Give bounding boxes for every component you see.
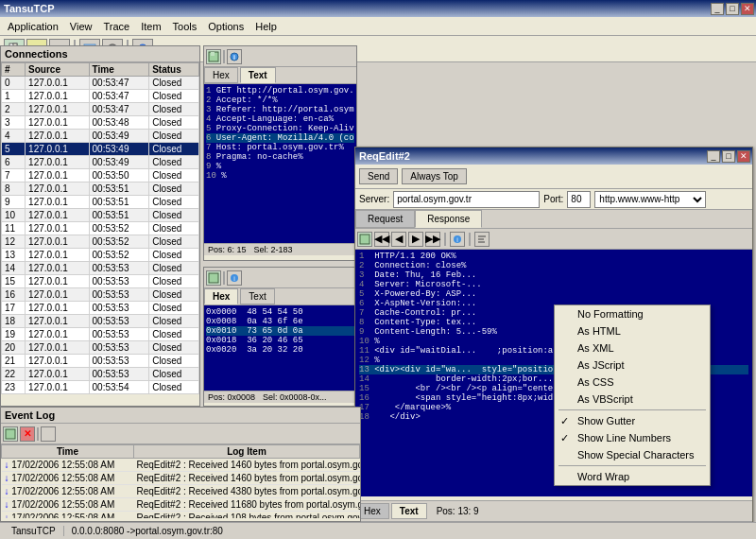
menu-options[interactable]: Options xyxy=(202,19,249,34)
ctx-word-wrap[interactable]: Word Wrap xyxy=(555,468,710,485)
ctx-as-jscript[interactable]: As JScript xyxy=(555,356,710,374)
text-content[interactable]: 1 GET http://portal.osym.gov.tr/default.… xyxy=(204,84,356,243)
table-row[interactable]: 1127.0.0.100:53:47Closed xyxy=(2,90,199,103)
menu-help[interactable]: Help xyxy=(249,19,283,34)
table-row[interactable]: 13127.0.0.100:53:52Closed xyxy=(2,249,199,262)
menu-application[interactable]: Application xyxy=(2,19,64,34)
text-save-btn[interactable] xyxy=(206,49,221,64)
resp-icon6[interactable] xyxy=(474,232,490,247)
cell-status: Closed xyxy=(149,288,199,302)
send-button[interactable]: Send xyxy=(359,168,398,184)
table-row[interactable]: 5127.0.0.100:53:49Closed xyxy=(2,143,199,156)
table-row[interactable]: 19127.0.0.100:53:53Closed xyxy=(2,328,199,341)
ctx-show-gutter[interactable]: ✓Show Gutter xyxy=(555,412,710,429)
ctx-no-formatting[interactable]: No Formatting xyxy=(555,305,710,322)
resp-icon4[interactable]: ▶▶ xyxy=(425,232,440,247)
ctx-show-line-numbers[interactable]: ✓Show Line Numbers xyxy=(555,429,710,446)
menu-view[interactable]: View xyxy=(64,19,98,34)
server-input[interactable] xyxy=(393,191,540,208)
col-time: Time xyxy=(89,63,149,77)
table-row[interactable]: 4127.0.0.100:53:49Closed xyxy=(2,130,199,143)
cell-id: 16 xyxy=(2,288,26,302)
cell-source: 127.0.0.1 xyxy=(26,275,89,288)
menu-trace[interactable]: Trace xyxy=(97,19,135,34)
cell-status: Closed xyxy=(149,249,199,262)
resp-icon1[interactable]: ◀◀ xyxy=(374,232,389,247)
tab-text2[interactable]: Text xyxy=(240,288,274,304)
ctx-as-vbscript[interactable]: As VBScript xyxy=(555,391,710,408)
table-row[interactable]: 23127.0.0.100:53:54Closed xyxy=(2,381,199,394)
table-row[interactable]: 0127.0.0.100:53:47Closed xyxy=(2,77,199,90)
text-icon1[interactable]: i xyxy=(227,49,242,64)
tab-text-resp[interactable]: Text xyxy=(391,503,427,519)
ctx-sep-2 xyxy=(558,465,706,466)
table-row[interactable]: 6127.0.0.100:53:49Closed xyxy=(2,156,199,169)
port-dropdown[interactable]: http.www.www-http xyxy=(594,191,706,208)
hex-content[interactable]: 0x0000 48 54 54 50 0x0008 0a 43 6f 6e 0x… xyxy=(204,305,356,391)
list-item: ↓ 17/02/2006 12:55:08 AMReqEdit#2 : Rece… xyxy=(2,498,360,512)
menu-item[interactable]: Item xyxy=(135,19,166,34)
cell-id: 1 xyxy=(2,90,26,103)
cell-source: 127.0.0.1 xyxy=(26,381,89,394)
table-row[interactable]: 10127.0.0.100:53:51Closed xyxy=(2,209,199,222)
tab-response[interactable]: Response xyxy=(415,210,482,228)
resp-icon2[interactable]: ◀ xyxy=(391,232,406,247)
resp-icon3[interactable]: ▶ xyxy=(408,232,423,247)
menu-tools[interactable]: Tools xyxy=(167,19,203,34)
close-button[interactable]: ✕ xyxy=(741,3,754,15)
reqedit-minimize[interactable]: _ xyxy=(707,150,720,163)
table-row[interactable]: 18127.0.0.100:53:53Closed xyxy=(2,315,199,328)
table-row[interactable]: 9127.0.0.100:53:51Closed xyxy=(2,196,199,209)
table-row[interactable]: 3127.0.0.100:53:48Closed xyxy=(2,116,199,130)
cell-status: Closed xyxy=(149,90,199,103)
table-row[interactable]: 11127.0.0.100:53:52Closed xyxy=(2,222,199,235)
ctx-as-html[interactable]: As HTML xyxy=(555,322,710,339)
text-line-8: 8 Pragma: no-cache% xyxy=(206,152,354,162)
table-row[interactable]: 2127.0.0.100:53:47Closed xyxy=(2,103,199,116)
connections-scroll[interactable]: # Source Time Status 0127.0.0.100:53:47C… xyxy=(1,62,199,403)
log-clear[interactable]: ✕ xyxy=(20,426,35,442)
tab-hex2[interactable]: Hex xyxy=(204,288,238,304)
log-item: ReqEdit#2 : Received 1460 bytes from por… xyxy=(134,472,360,485)
resp-line-1: 1 HTTP/1.1 200 OK% xyxy=(359,252,748,261)
table-row[interactable]: 8127.0.0.100:53:51Closed xyxy=(2,183,199,196)
table-row[interactable]: 21127.0.0.100:53:53Closed xyxy=(2,355,199,368)
resp-save[interactable] xyxy=(357,232,372,247)
cell-status: Closed xyxy=(149,235,199,249)
hex-save-btn[interactable] xyxy=(206,270,221,286)
log-icon[interactable] xyxy=(41,426,56,442)
log-scroll[interactable]: Time Log Item ↓ 17/02/2006 12:55:08 AMRe… xyxy=(1,444,360,518)
port-input[interactable] xyxy=(567,191,591,208)
table-row[interactable]: 20127.0.0.100:53:53Closed xyxy=(2,341,199,355)
table-row[interactable]: 22127.0.0.100:53:53Closed xyxy=(2,368,199,381)
ctx-show-special[interactable]: Show Special Characters xyxy=(555,446,710,463)
cell-time: 00:53:51 xyxy=(89,196,149,209)
text-line-6: 6 User-Agent: Mozilla/4.0 (compatible; M… xyxy=(206,133,354,143)
cell-source: 127.0.0.1 xyxy=(26,288,89,302)
minimize-button[interactable]: _ xyxy=(711,3,724,15)
resp-icon5[interactable]: i xyxy=(450,232,465,247)
reqedit-maximize[interactable]: □ xyxy=(722,150,735,163)
table-row[interactable]: 12127.0.0.100:53:52Closed xyxy=(2,235,199,249)
table-row[interactable]: 14127.0.0.100:53:53Closed xyxy=(2,262,199,275)
maximize-button[interactable]: □ xyxy=(726,3,739,15)
table-row[interactable]: 7127.0.0.100:53:50Closed xyxy=(2,169,199,183)
table-row[interactable]: 17127.0.0.100:53:53Closed xyxy=(2,302,199,315)
cell-source: 127.0.0.1 xyxy=(26,262,89,275)
ctx-as-css[interactable]: As CSS xyxy=(555,374,710,391)
hex-icon[interactable]: i xyxy=(227,270,242,286)
always-top-button[interactable]: Always Top xyxy=(402,168,466,184)
cell-status: Closed xyxy=(149,355,199,368)
table-row[interactable]: 15127.0.0.100:53:53Closed xyxy=(2,275,199,288)
cell-time: 00:53:53 xyxy=(89,288,149,302)
reqedit-close[interactable]: ✕ xyxy=(737,150,750,163)
table-row[interactable]: 16127.0.0.100:53:53Closed xyxy=(2,288,199,302)
tab-text[interactable]: Text xyxy=(240,67,276,83)
cell-time: 00:53:52 xyxy=(89,235,149,249)
tab-hex[interactable]: Hex xyxy=(204,67,238,83)
resp-sep2 xyxy=(469,233,471,246)
cell-id: 18 xyxy=(2,315,26,328)
ctx-as-xml[interactable]: As XML xyxy=(555,339,710,356)
tab-request[interactable]: Request xyxy=(355,210,415,228)
log-save[interactable] xyxy=(3,426,18,442)
